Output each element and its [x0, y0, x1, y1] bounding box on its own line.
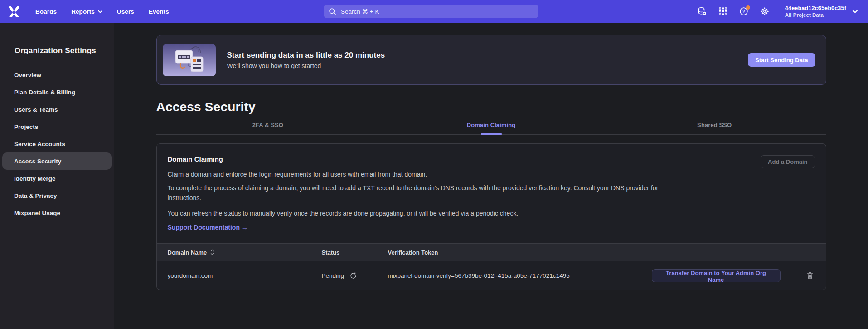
tab-label: Shared SSO — [697, 122, 732, 128]
column-header-domain-name: Domain Name — [168, 249, 207, 256]
apps-grid-icon[interactable] — [718, 6, 728, 16]
panel-title: Domain Claiming — [168, 155, 815, 163]
tab-label: Domain Claiming — [467, 122, 516, 128]
nav-item-label: Boards — [35, 8, 57, 15]
transfer-domain-button[interactable]: Transfer Domain to Your Admin Org Name — [652, 269, 781, 282]
global-search-input[interactable]: Search ⌘ + K — [324, 5, 538, 18]
sidebar-item-access-security[interactable]: Access Security — [2, 152, 112, 170]
sidebar-item-projects[interactable]: Projects — [2, 118, 112, 135]
tab-label: 2FA & SSO — [252, 122, 283, 128]
sidebar-item-identity-merge[interactable]: Identity Merge — [2, 170, 112, 187]
sidebar-item-label: Data & Privacy — [14, 192, 57, 199]
settings-gear-icon[interactable] — [760, 6, 770, 16]
tab-shared-sso[interactable]: Shared SSO — [603, 122, 826, 134]
sidebar-item-label: Service Accounts — [14, 141, 65, 147]
description-paragraph: To complete the process of claiming a do… — [168, 183, 689, 203]
sidebar-item-label: Access Security — [14, 158, 61, 165]
search-icon — [329, 8, 336, 15]
sidebar-item-mixpanel-usage[interactable]: Mixpanel Usage — [2, 204, 112, 221]
table-header-row: Domain Name Status Verification Token — [157, 243, 826, 261]
domain-claiming-panel: Domain Claiming Add a Domain Claim a dom… — [156, 143, 826, 290]
onboarding-banner: Start sending data in as little as 20 mi… — [156, 35, 826, 85]
page-title: Access Security — [156, 100, 826, 114]
sidebar-item-label: Projects — [14, 123, 38, 130]
search-placeholder: Search ⌘ + K — [341, 8, 379, 15]
notification-badge — [746, 5, 750, 10]
nav-item-label: Users — [117, 8, 134, 15]
row-actions: Transfer Domain to Your Admin Org Name — [652, 269, 815, 282]
table-row: yourdomain.com Pending mixpanel-domain-v… — [157, 261, 826, 290]
banner-text: Start sending data in as little as 20 mi… — [227, 51, 385, 69]
nav-item-label: Events — [149, 8, 169, 15]
sidebar-item-label: Overview — [14, 72, 41, 79]
chevron-down-icon[interactable] — [852, 10, 858, 14]
nav-item-reports[interactable]: Reports — [71, 8, 102, 15]
sidebar-item-users-teams[interactable]: Users & Teams — [2, 101, 112, 118]
description-paragraph: You can refresh the status to manually v… — [168, 208, 689, 218]
banner-subtitle: We'll show you how to get started — [227, 62, 385, 69]
column-header-verification-token: Verification Token — [388, 249, 652, 256]
sidebar-item-label: Mixpanel Usage — [14, 210, 60, 216]
project-scope: All Project Data — [785, 12, 846, 18]
data-management-icon[interactable] — [697, 6, 707, 16]
sidebar-item-data-privacy[interactable]: Data & Privacy — [2, 187, 112, 204]
support-documentation-link[interactable]: Support Documentation → — [168, 224, 248, 231]
main-area: Start sending data in as little as 20 mi… — [114, 23, 868, 329]
mixpanel-logo-icon[interactable] — [7, 5, 21, 18]
start-sending-data-button[interactable]: Start Sending Data — [748, 53, 815, 67]
sidebar-item-label: Users & Teams — [14, 106, 58, 113]
top-navbar: Boards Reports Users Events Search ⌘ + K — [0, 0, 868, 23]
help-icon[interactable]: ? — [739, 6, 749, 16]
svg-text:?: ? — [742, 9, 745, 14]
description-paragraph: Claim a domain and enforce the login req… — [168, 169, 689, 179]
org-id: 44eebad12c65eb0c35f — [785, 5, 846, 11]
account-switcher[interactable]: 44eebad12c65eb0c35f All Project Data — [785, 5, 846, 18]
nav-item-label: Reports — [71, 8, 95, 15]
sidebar-item-label: Identity Merge — [14, 175, 56, 182]
tab-domain-claiming[interactable]: Domain Claiming — [379, 122, 603, 134]
nav-item-boards[interactable]: Boards — [35, 8, 57, 15]
settings-sidebar: Organization Settings Overview Plan Deta… — [0, 23, 114, 329]
sort-icon[interactable] — [210, 249, 214, 255]
column-header-status: Status — [322, 249, 388, 256]
navbar-right-cluster: ? 44eebad12c65eb0c35f All Project Data — [697, 0, 858, 23]
domains-table: Domain Name Status Verification Token yo… — [157, 243, 826, 290]
verification-token-cell: mixpanel-domain-verify=567b39be-012f-415… — [388, 272, 652, 279]
nav-item-events[interactable]: Events — [149, 8, 169, 15]
chevron-down-icon — [98, 10, 102, 13]
primary-nav: Boards Reports Users Events — [35, 8, 169, 15]
delete-domain-trash-icon[interactable] — [806, 271, 814, 280]
sidebar-item-plan-details-billing[interactable]: Plan Details & Billing — [2, 83, 112, 101]
status-text: Pending — [322, 272, 344, 279]
devices-illustration — [163, 44, 216, 76]
nav-item-users[interactable]: Users — [117, 8, 134, 15]
access-security-tabs: 2FA & SSO Domain Claiming Shared SSO — [156, 122, 826, 135]
status-cell: Pending — [322, 272, 388, 280]
sidebar-item-label: Plan Details & Billing — [14, 89, 75, 96]
refresh-status-icon[interactable] — [349, 272, 357, 280]
domain-name-cell: yourdomain.com — [168, 272, 322, 279]
sidebar-item-service-accounts[interactable]: Service Accounts — [2, 135, 112, 152]
sidebar-nav: Overview Plan Details & Billing Users & … — [0, 66, 114, 221]
tab-2fa-sso[interactable]: 2FA & SSO — [156, 122, 380, 134]
banner-title: Start sending data in as little as 20 mi… — [227, 51, 385, 60]
add-domain-button[interactable]: Add a Domain — [761, 155, 815, 168]
sidebar-item-overview[interactable]: Overview — [2, 66, 112, 83]
sidebar-title: Organization Settings — [15, 46, 114, 55]
